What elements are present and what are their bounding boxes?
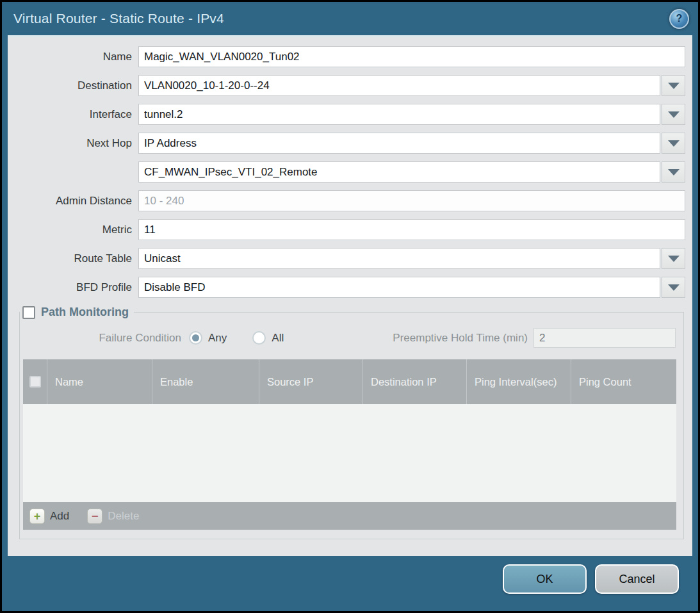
chevron-down-icon bbox=[668, 284, 680, 291]
table-header-row: Name Enable Source IP Destination IP Pin… bbox=[23, 359, 676, 404]
route-table-label: Route Table bbox=[15, 252, 138, 265]
dialog-footer: OK Cancel bbox=[2, 556, 698, 611]
destination-dropdown-button[interactable] bbox=[662, 75, 685, 96]
chevron-down-icon bbox=[668, 83, 680, 89]
bfd-profile-input[interactable] bbox=[138, 277, 660, 298]
form-row-route-table: Route Table bbox=[15, 248, 685, 269]
next-hop-address-dropdown-button[interactable] bbox=[662, 161, 685, 183]
next-hop-type-dropdown-button[interactable] bbox=[662, 133, 685, 154]
table-body-empty bbox=[23, 404, 676, 502]
failure-condition-all-label: All bbox=[272, 332, 284, 345]
form-row-destination: Destination bbox=[15, 75, 685, 96]
form-row-name: Name bbox=[15, 46, 685, 67]
next-hop-type-input[interactable] bbox=[138, 133, 660, 154]
path-monitoring-title: Path Monitoring bbox=[41, 306, 129, 319]
bfd-profile-label: BFD Profile bbox=[15, 281, 138, 294]
form-row-next-hop: Next Hop bbox=[15, 133, 685, 154]
column-header-ping-interval: Ping Interval(sec) bbox=[466, 359, 571, 404]
chevron-down-icon bbox=[668, 140, 680, 147]
column-header-enable: Enable bbox=[152, 359, 259, 404]
screenshot-root: Virtual Router - Static Route - IPv4 ? N… bbox=[0, 0, 700, 613]
admin-distance-label: Admin Distance bbox=[15, 195, 138, 208]
metric-input[interactable] bbox=[138, 219, 685, 240]
next-hop-address-input[interactable] bbox=[138, 161, 660, 183]
preemptive-hold-time-label: Preemptive Hold Time (min) bbox=[393, 332, 533, 345]
metric-label: Metric bbox=[15, 224, 138, 236]
route-table-input[interactable] bbox=[138, 248, 660, 269]
destination-label: Destination bbox=[15, 79, 138, 92]
path-monitoring-checkbox[interactable] bbox=[22, 306, 35, 319]
dialog-window: Virtual Router - Static Route - IPv4 ? N… bbox=[2, 2, 698, 611]
interface-input[interactable] bbox=[138, 104, 660, 125]
interface-dropdown-button[interactable] bbox=[662, 104, 685, 125]
failure-condition-label: Failure Condition bbox=[20, 332, 189, 345]
chevron-down-icon bbox=[668, 111, 680, 118]
form-row-admin-distance: Admin Distance bbox=[15, 190, 685, 211]
failure-condition-all-radio[interactable] bbox=[252, 331, 266, 345]
cancel-button[interactable]: Cancel bbox=[595, 564, 679, 594]
failure-condition-any-radio[interactable] bbox=[189, 331, 202, 345]
route-table-dropdown-button[interactable] bbox=[662, 248, 685, 269]
dialog-title: Virtual Router - Static Route - IPv4 bbox=[13, 11, 669, 26]
add-button[interactable]: + Add bbox=[29, 509, 69, 524]
failure-condition-any-label: Any bbox=[208, 332, 227, 345]
column-header-destination-ip: Destination IP bbox=[362, 359, 466, 404]
interface-label: Interface bbox=[15, 108, 138, 121]
dialog-body: Name Destination Interface bbox=[8, 35, 692, 556]
form-row-metric: Metric bbox=[15, 219, 685, 240]
add-button-label: Add bbox=[50, 510, 69, 523]
form-row-next-hop-address bbox=[15, 161, 685, 183]
failure-condition-row: Failure Condition Any All Preemptive Hol… bbox=[20, 328, 676, 348]
form-row-bfd-profile: BFD Profile bbox=[15, 277, 685, 298]
preemptive-hold-time-input[interactable] bbox=[533, 328, 676, 348]
destination-input[interactable] bbox=[138, 75, 660, 96]
table-select-all-cell bbox=[23, 359, 47, 404]
name-label: Name bbox=[15, 51, 138, 63]
add-plus-icon: + bbox=[29, 509, 45, 524]
path-monitoring-group: Path Monitoring Failure Condition Any Al… bbox=[19, 306, 684, 539]
name-input[interactable] bbox=[138, 46, 685, 67]
admin-distance-input[interactable] bbox=[138, 190, 685, 211]
help-question-glyph: ? bbox=[676, 13, 683, 24]
table-toolbar: + Add − Delete bbox=[23, 502, 676, 530]
next-hop-label: Next Hop bbox=[15, 137, 138, 150]
delete-minus-icon: − bbox=[87, 509, 102, 524]
chevron-down-icon bbox=[668, 169, 680, 176]
form-row-interface: Interface bbox=[15, 104, 685, 125]
chevron-down-icon bbox=[668, 256, 680, 262]
column-header-source-ip: Source IP bbox=[259, 359, 362, 404]
path-monitoring-legend: Path Monitoring bbox=[20, 306, 134, 319]
delete-button-label: Delete bbox=[108, 510, 139, 523]
help-icon[interactable]: ? bbox=[669, 9, 689, 29]
column-header-name: Name bbox=[47, 359, 152, 404]
select-all-checkbox[interactable] bbox=[29, 376, 41, 388]
ok-button[interactable]: OK bbox=[503, 564, 587, 594]
dialog-titlebar: Virtual Router - Static Route - IPv4 ? bbox=[2, 2, 698, 35]
delete-button[interactable]: − Delete bbox=[87, 509, 139, 524]
bfd-profile-dropdown-button[interactable] bbox=[662, 277, 685, 298]
path-monitoring-table: Name Enable Source IP Destination IP Pin… bbox=[23, 359, 676, 530]
column-header-ping-count: Ping Count bbox=[571, 359, 676, 404]
